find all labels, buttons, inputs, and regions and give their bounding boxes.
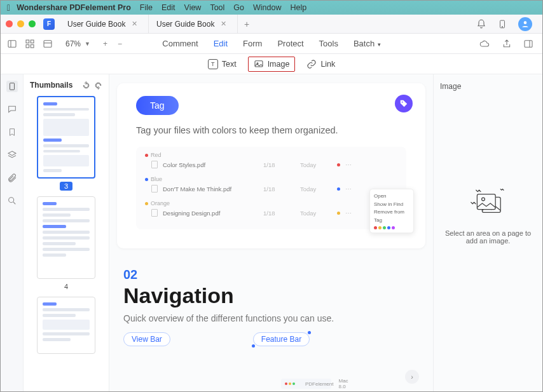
chip-feature-bar[interactable]: Feature Bar (253, 332, 310, 346)
ctx-item[interactable]: Show in Find (374, 201, 409, 209)
row-menu-icon[interactable]: ⋯ (345, 186, 352, 193)
tab-batch[interactable]: Batch ▾ (354, 39, 381, 48)
tab-protect[interactable]: Protect (277, 39, 303, 48)
titlebar: F User Guide Book ✕ User Guide Book ✕ + (1, 15, 542, 34)
notifications-icon[interactable] (476, 19, 486, 29)
chevron-down-icon: ▼ (85, 41, 90, 47)
zoom-in-button[interactable]: + (103, 39, 107, 48)
rotate-right-icon[interactable] (94, 81, 102, 90)
app-logo-icon: F (43, 18, 55, 30)
edit-sub-toolbar: T Text Image Link (1, 54, 542, 74)
ctx-item[interactable]: Open (374, 193, 409, 201)
cloud-icon[interactable] (479, 39, 490, 49)
new-tab-button[interactable]: + (238, 15, 256, 33)
edit-text-button[interactable]: T Text (208, 59, 237, 69)
page-thumbnail[interactable] (37, 196, 95, 279)
right-panel: Image Select an area on a page to add an… (433, 74, 542, 391)
file-row[interactable]: Designing Design.pdf1/18Today⋯ (145, 206, 397, 219)
menu-file[interactable]: File (140, 3, 153, 12)
document-tabs: User Guide Book ✕ User Guide Book ✕ + (60, 15, 256, 33)
mini-app-bar: PDFelement Mac 8.0 (281, 379, 331, 389)
page-thumbnail[interactable] (37, 297, 95, 354)
sidebar-toggle-icon[interactable] (7, 39, 17, 49)
page-number-badge: 3 (30, 182, 102, 190)
file-row[interactable]: Color Styles.pdf1/18Today⋯ (145, 158, 397, 171)
comments-rail-icon[interactable] (6, 104, 18, 115)
thumbnails-actions (82, 81, 102, 90)
ctx-item: Tag (374, 217, 409, 225)
zoom-window-button[interactable] (29, 20, 36, 27)
chip-view-bar[interactable]: View Bar (123, 332, 170, 346)
panel-toggle-icon[interactable] (523, 39, 533, 49)
grid-view-icon[interactable] (25, 39, 35, 49)
bookmarks-rail-icon[interactable] (6, 126, 18, 138)
document-tab[interactable]: User Guide Book ✕ (149, 15, 238, 33)
svg-point-2 (524, 21, 527, 24)
menu-go[interactable]: Go (233, 3, 244, 12)
edit-text-label: Text (222, 60, 237, 69)
user-avatar[interactable] (518, 17, 532, 31)
svg-point-1 (502, 26, 502, 27)
section-number: 02 (123, 267, 419, 282)
mobile-icon[interactable] (498, 19, 507, 29)
tab-form[interactable]: Form (243, 39, 262, 48)
tab-comment[interactable]: Comment (162, 39, 198, 48)
svg-rect-6 (31, 40, 34, 43)
menu-window[interactable]: Window (253, 3, 281, 12)
tab-close-icon[interactable]: ✕ (221, 20, 226, 28)
thumbnails-rail-icon[interactable] (6, 81, 18, 92)
tag-color-swatches[interactable] (374, 226, 409, 229)
tab-close-icon[interactable]: ✕ (132, 20, 137, 28)
svg-rect-15 (10, 83, 14, 90)
tag-description: Tag your files with colors to keep them … (136, 125, 406, 135)
minimize-window-button[interactable] (17, 20, 24, 27)
app-name[interactable]: Wondershare PDFelement Pro (17, 3, 131, 12)
right-panel-placeholder: Select an area on a page to add an image… (440, 186, 536, 245)
tab-tools[interactable]: Tools (319, 39, 338, 48)
toolbar-left: 67% ▼ + − (1, 39, 122, 49)
group-label: Blue (145, 176, 397, 182)
file-row[interactable]: Don'T Make Me Think.pdf1/18Today⋯ (145, 182, 397, 195)
zoom-value: 67% (65, 39, 81, 48)
file-icon (151, 209, 158, 217)
reading-view-icon[interactable] (43, 39, 53, 49)
search-rail-icon[interactable] (6, 195, 18, 206)
document-tab[interactable]: User Guide Book ✕ (60, 15, 149, 33)
menu-edit[interactable]: Edit (162, 3, 175, 12)
left-rail (1, 74, 24, 391)
file-list: Red Color Styles.pdf1/18Today⋯ Blue Don'… (136, 147, 406, 229)
context-menu: Open Show in Find Remove from Tag (369, 189, 414, 233)
apple-menu-icon[interactable]:  (7, 3, 10, 13)
group-label: Red (145, 152, 397, 158)
svg-line-17 (13, 202, 15, 204)
close-window-button[interactable] (6, 20, 13, 27)
menu-view[interactable]: View (184, 3, 202, 12)
tag-dot-icon (337, 163, 340, 166)
row-menu-icon[interactable]: ⋯ (345, 210, 352, 217)
attachments-rail-icon[interactable] (6, 172, 18, 184)
edit-image-button[interactable]: Image (248, 57, 296, 72)
zoom-control[interactable]: 67% ▼ + − (65, 39, 122, 48)
menu-help[interactable]: Help (290, 3, 306, 12)
zoom-out-button[interactable]: − (118, 39, 122, 48)
page-thumbnail[interactable] (37, 96, 95, 179)
rotate-left-icon[interactable] (82, 81, 90, 90)
main-toolbar: 67% ▼ + − Comment Edit Form Protect Tool… (1, 34, 542, 54)
svg-rect-8 (31, 44, 34, 48)
edit-link-button[interactable]: Link (306, 59, 335, 69)
menu-tool[interactable]: Tool (210, 3, 224, 12)
row-menu-icon[interactable]: ⋯ (345, 161, 352, 168)
thumbnails-title: Thumbnails (30, 81, 72, 90)
tab-edit[interactable]: Edit (214, 39, 228, 48)
right-panel-title: Image (440, 82, 536, 91)
system-menubar:  Wondershare PDFelement Pro File Edit V… (1, 1, 542, 15)
ctx-item[interactable]: Remove from (374, 208, 409, 217)
file-icon (151, 185, 158, 193)
layers-rail-icon[interactable] (6, 149, 18, 161)
link-icon (306, 59, 317, 69)
minibar-label: Mac 8.0 (338, 378, 348, 389)
page-view[interactable]: Tag Tag your files with colors to keep t… (109, 74, 433, 391)
share-icon[interactable] (502, 39, 512, 49)
image-icon (254, 59, 264, 69)
next-page-button[interactable]: › (405, 370, 419, 384)
